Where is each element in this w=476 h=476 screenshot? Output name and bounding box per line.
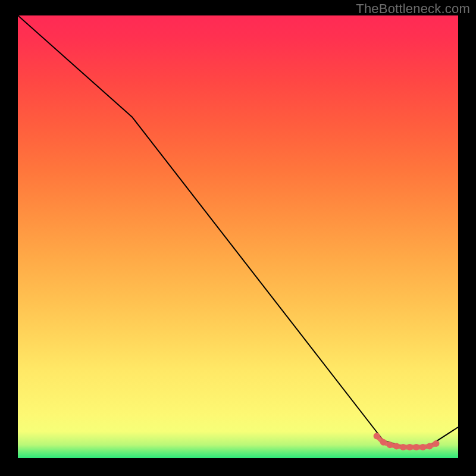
- chart-frame: TheBottleneck.com: [0, 0, 476, 476]
- chart-svg: [18, 15, 458, 458]
- marker-dot: [380, 439, 387, 446]
- marker-dot: [393, 443, 400, 449]
- plot-area: [18, 15, 458, 458]
- marker-dot: [374, 433, 380, 439]
- marker-dot: [413, 444, 419, 450]
- marker-dot: [387, 441, 393, 448]
- marker-dot: [400, 444, 406, 450]
- marker-band: [374, 433, 440, 450]
- marker-dot: [406, 444, 413, 450]
- watermark-text: TheBottleneck.com: [356, 1, 470, 17]
- marker-dot: [433, 440, 440, 447]
- marker-dot: [426, 443, 433, 449]
- series-curve: [18, 15, 458, 447]
- marker-dot: [419, 444, 426, 450]
